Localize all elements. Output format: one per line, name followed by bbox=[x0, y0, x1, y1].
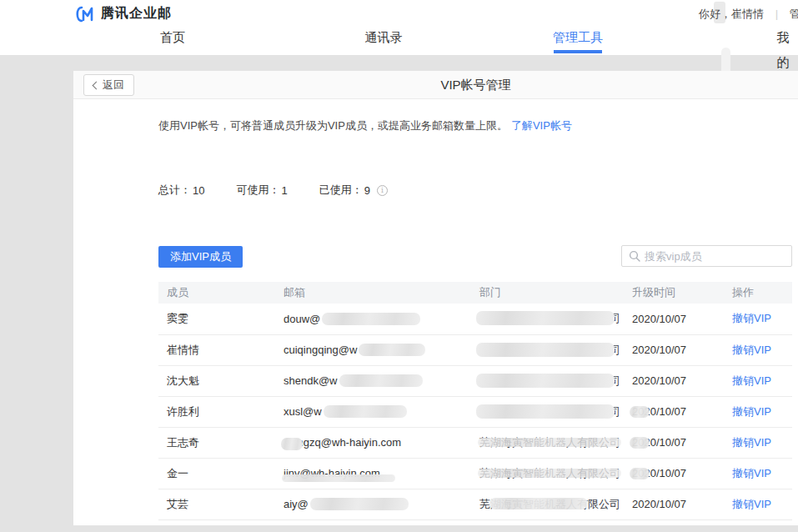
table-row: 沈大魁 shendk@w 芜湖海寅智能机器人有限公司 2020/10/07 撤销… bbox=[158, 365, 792, 396]
table-row: 崔情情 cuiqingqing@w 芜湖海寅智能机器人有限公司 2020/10/… bbox=[158, 334, 792, 365]
vip-management-panel: 返回 VIP帐号管理 使用VIP帐号，可将普通成员升级为VIP成员，或提高业务邮… bbox=[73, 71, 798, 525]
learn-more-link[interactable]: 了解VIP帐号 bbox=[511, 119, 572, 132]
redaction-smudge bbox=[281, 438, 303, 450]
tab-my-enterprise[interactable]: 我的企业 bbox=[777, 25, 791, 55]
upgrade-time-cell: 2020/10/07 bbox=[632, 334, 732, 365]
redaction-smudge bbox=[282, 474, 395, 482]
quota-stats: 总计：10 可使用：1 已使用：9 i bbox=[158, 183, 388, 198]
email-cell: jinv@wh-haiyin.com bbox=[284, 458, 479, 489]
upgrade-time-cell: 2020/10/07 bbox=[632, 489, 732, 519]
vip-members-table: 成员 邮箱 部门 升级时间 操作 窦雯 douw@ 芜湖海寅智能机器人有限公司 … bbox=[158, 282, 792, 520]
email-cell: cuiqingqing@w bbox=[284, 334, 479, 365]
email-cell: wangzq@wh-haiyin.com bbox=[284, 427, 479, 458]
department-cell: 芜湖海寅智能机器人有限公司 bbox=[479, 458, 632, 489]
revoke-vip-link[interactable]: 撤销VIP bbox=[732, 467, 771, 479]
table-row: 王志奇 wangzq@wh-haiyin.com 芜湖海寅智能机器人有限公司 2… bbox=[158, 427, 792, 458]
upgrade-time-cell: 2020/10/07 bbox=[632, 396, 732, 427]
redaction-smudge bbox=[359, 344, 425, 356]
action-cell: 撤销VIP bbox=[732, 427, 792, 458]
stat-used: 已使用：9 i bbox=[319, 183, 388, 198]
stat-total: 总计：10 bbox=[158, 183, 204, 198]
greeting-text: 你好，崔情情 bbox=[699, 8, 764, 20]
info-icon[interactable]: i bbox=[377, 185, 388, 196]
manage-enterprise-link[interactable]: 管理企 bbox=[790, 8, 798, 20]
email-cell: douw@ bbox=[284, 304, 479, 334]
email-cell: xusl@w bbox=[284, 396, 479, 427]
description-text: 使用VIP帐号，可将普通成员升级为VIP成员，或提高业务邮箱数量上限。了解VIP… bbox=[158, 118, 572, 133]
action-cell: 撤销VIP bbox=[732, 365, 792, 396]
redaction-smudge bbox=[476, 343, 615, 357]
action-cell: 撤销VIP bbox=[732, 334, 792, 365]
col-email: 邮箱 bbox=[284, 282, 479, 304]
search-box bbox=[621, 245, 792, 267]
department-cell: 芜湖海寅智能机器人有限公司 bbox=[479, 427, 632, 458]
revoke-vip-link[interactable]: 撤销VIP bbox=[732, 498, 771, 510]
member-name-cell: 艾芸 bbox=[158, 489, 284, 519]
action-cell: 撤销VIP bbox=[732, 458, 792, 489]
revoke-vip-link[interactable]: 撤销VIP bbox=[732, 436, 771, 449]
member-name-cell: 金一 bbox=[158, 458, 284, 489]
col-actions: 操作 bbox=[732, 282, 792, 304]
search-icon bbox=[629, 250, 640, 262]
department-cell: 芜湖海寅智能机器人有限公司 bbox=[479, 334, 632, 365]
col-department: 部门 bbox=[479, 282, 632, 304]
tab-home[interactable]: 首页 bbox=[160, 25, 185, 55]
redaction-smudge bbox=[476, 374, 615, 388]
add-vip-button[interactable]: 添加VIP成员 bbox=[158, 246, 243, 268]
app-logo: 腾讯企业邮 bbox=[73, 5, 172, 23]
user-area: 你好，崔情情 | 管理企 bbox=[699, 7, 798, 22]
redaction-smudge bbox=[476, 311, 615, 325]
department-cell: 芜湖海寅智能机器人有限公司 bbox=[479, 396, 632, 427]
action-cell: 撤销VIP bbox=[732, 396, 792, 427]
member-name-cell: 沈大魁 bbox=[158, 365, 284, 396]
table-row: 许胜利 xusl@w 芜湖海寅智能机器人有限公司 2020/10/07 撤销VI… bbox=[158, 396, 792, 427]
page-title: VIP帐号管理 bbox=[73, 71, 798, 99]
col-upgrade-time: 升级时间 bbox=[632, 282, 732, 304]
revoke-vip-link[interactable]: 撤销VIP bbox=[732, 344, 771, 356]
action-cell: 撤销VIP bbox=[732, 489, 792, 519]
top-header: 腾讯企业邮 你好，崔情情 | 管理企 首页 通讯录 管理工具 我的企业 bbox=[0, 0, 798, 55]
member-name-cell: 许胜利 bbox=[158, 396, 284, 427]
redaction-smudge bbox=[478, 438, 621, 447]
redaction-smudge bbox=[324, 405, 407, 418]
member-name-cell: 王志奇 bbox=[158, 427, 284, 458]
col-member: 成员 bbox=[158, 282, 284, 304]
main-nav: 首页 通讯录 管理工具 我的企业 bbox=[0, 25, 798, 55]
logo-text: 腾讯企业邮 bbox=[101, 5, 172, 23]
stat-available: 可使用：1 bbox=[236, 183, 287, 198]
action-cell: 撤销VIP bbox=[732, 304, 792, 334]
revoke-vip-link[interactable]: 撤销VIP bbox=[732, 405, 771, 418]
department-cell: 芜湖海寅智能机器人有限公司 bbox=[479, 489, 632, 519]
redaction-smudge bbox=[339, 374, 423, 387]
redaction-smudge bbox=[478, 469, 621, 478]
panel-header: 返回 VIP帐号管理 bbox=[73, 71, 798, 99]
upgrade-time-cell: 2020/10/07 bbox=[632, 427, 732, 458]
redaction-smudge bbox=[630, 437, 650, 449]
upgrade-time-cell: 2020/10/07 bbox=[632, 365, 732, 396]
tab-contacts[interactable]: 通讯录 bbox=[365, 25, 403, 55]
email-cell: aiy@ bbox=[284, 489, 479, 519]
department-cell: 芜湖海寅智能机器人有限公司 bbox=[479, 365, 632, 396]
tab-admin-tools[interactable]: 管理工具 bbox=[553, 25, 603, 55]
revoke-vip-link[interactable]: 撤销VIP bbox=[732, 374, 771, 387]
revoke-vip-link[interactable]: 撤销VIP bbox=[732, 312, 771, 324]
redaction-smudge bbox=[476, 404, 615, 419]
redaction-smudge bbox=[310, 498, 409, 510]
table-row: 金一 jinv@wh-haiyin.com 芜湖海寅智能机器人有限公司 2020… bbox=[158, 458, 792, 489]
table-row: 窦雯 douw@ 芜湖海寅智能机器人有限公司 2020/10/07 撤销VIP bbox=[158, 304, 792, 334]
member-name-cell: 崔情情 bbox=[158, 334, 284, 365]
table-row: 艾芸 aiy@ 芜湖海寅智能机器人有限公司 2020/10/07 撤销VIP bbox=[158, 489, 792, 519]
upgrade-time-cell: 2020/10/07 bbox=[632, 458, 732, 489]
email-cell: shendk@w bbox=[284, 365, 479, 396]
redaction-smudge bbox=[489, 498, 588, 509]
redaction-smudge bbox=[630, 406, 650, 418]
upgrade-time-cell: 2020/10/07 bbox=[632, 304, 732, 334]
member-name-cell: 窦雯 bbox=[158, 304, 284, 334]
table-header-row: 成员 邮箱 部门 升级时间 操作 bbox=[158, 282, 792, 304]
department-cell: 芜湖海寅智能机器人有限公司 bbox=[479, 304, 632, 334]
redaction-smudge bbox=[322, 313, 420, 325]
exmail-logo-icon bbox=[73, 6, 95, 23]
search-input[interactable] bbox=[645, 250, 791, 263]
redaction-smudge bbox=[630, 468, 650, 479]
divider: | bbox=[775, 8, 778, 20]
